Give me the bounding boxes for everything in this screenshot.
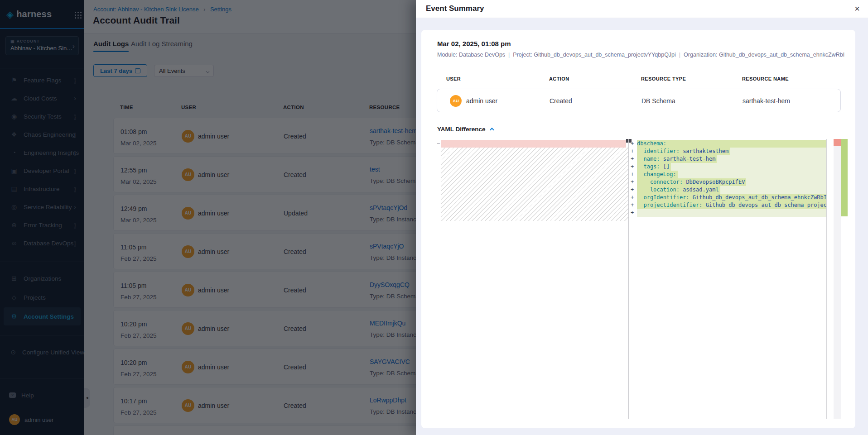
sidebar-item-chaos-engineering[interactable]: ❖Chaos Engineeringi [0, 125, 84, 143]
configure-icon: ⊙ [10, 349, 17, 356]
sidebar-collapse-handle[interactable]: ◀ [84, 388, 90, 408]
row-resource-link[interactable]: test [370, 166, 380, 173]
yaml-diff-viewer[interactable]: − +dbschema:+ identifier: sarthaktesthem… [437, 139, 848, 419]
account-selector[interactable]: ▣ACCOUNT Abhinav - Kitchen Sin… › [5, 36, 79, 55]
drawer-header: Event Summary × [416, 0, 868, 18]
avatar: AU [182, 168, 194, 181]
diff-added-gutter: + [629, 140, 637, 148]
row-resource-link[interactable]: sarthak-test-hem [370, 127, 417, 134]
diff-added-gutter: + [629, 194, 637, 201]
row-resource-link[interactable]: DyySOxqgCQ [370, 281, 410, 288]
sidebar: ◈ harness ▣ACCOUNT Abhinav - Kitchen Sin… [0, 0, 84, 435]
sidebar-item-infrastructure[interactable]: ▤Infrastructurei [0, 180, 84, 198]
chevron-right-icon: › [74, 203, 76, 211]
active-tab-underline [93, 51, 129, 52]
sidebar-item-developer-portal[interactable]: ▣Developer Portali [0, 162, 84, 180]
column-header-resource: RESOURCE [369, 105, 400, 110]
close-icon[interactable]: × [854, 3, 860, 14]
sidebar-item-error-tracking[interactable]: ⊕Error Trackingi [0, 216, 84, 234]
row-action: Created [284, 133, 306, 140]
sidebar-item-feature-flags[interactable]: ⚑Feature Flagsi [0, 71, 84, 89]
drawer-column-resource-type: RESOURCE TYPE [641, 76, 686, 81]
diff-code [637, 209, 826, 217]
diff-code: connector: DbDevopsoBKpcpIfEV [637, 178, 826, 186]
sidebar-item-label: Infrastructure [24, 186, 60, 192]
info-icon: i [74, 221, 76, 229]
breadcrumb-account-link[interactable]: Account: Abhinav - Kitchen Sink License [93, 6, 199, 13]
date-range-button[interactable]: Last 7 days [93, 64, 147, 77]
event-filter-select[interactable]: All Events [154, 65, 214, 77]
row-resource-type: Type: DB Schema [370, 139, 419, 146]
yaml-difference-toggle[interactable]: YAML Difference [437, 126, 493, 133]
sidebar-item-configure-unified-view[interactable]: ⊙Configure Unified View [0, 343, 84, 361]
info-icon: i [74, 148, 76, 157]
info-icon: i [74, 130, 76, 139]
diff-code: changeLog: [637, 171, 826, 178]
tab-audit-log-streaming[interactable]: Audit Log Streaming [131, 40, 193, 48]
accent-bar [0, 28, 84, 29]
sidebar-item-account-settings[interactable]: ⚙Account Settings [4, 307, 81, 325]
info-icon: i [74, 239, 76, 247]
sidebar-item-engineering-insights[interactable]: ◔Engineering Insightsi [0, 143, 84, 162]
row-resource-link[interactable]: sPVtaqcYjO [370, 243, 404, 250]
row-time: 11:05 pm [121, 244, 146, 251]
account-label: ▣ACCOUNT [10, 39, 74, 43]
sidebar-item-cloud-costs[interactable]: ☁Cloud Costs› [0, 89, 84, 107]
row-resource-link[interactable]: MEDIImjkQu [370, 320, 405, 327]
gear-icon: ⚙ [10, 313, 18, 320]
sidebar-item-label: Cloud Costs [24, 95, 57, 102]
sidebar-item-projects[interactable]: ◇Projects [0, 288, 84, 306]
chevron-right-icon: › [74, 94, 76, 102]
infrastructure-icon: ▤ [10, 185, 18, 192]
row-resource-type: Type: DB Schema [370, 293, 419, 300]
sidebar-item-label: Chaos Engineering [24, 131, 76, 138]
column-header-user: USER [181, 105, 196, 110]
sidebar-item-label: Developer Portal [24, 167, 69, 174]
row-action: Created [284, 248, 306, 255]
diff-added-line: +dbschema: [629, 140, 826, 148]
row-action: Updated [284, 210, 308, 217]
avatar: AU [9, 414, 20, 425]
event-user: admin user [466, 97, 497, 105]
sidebar-item-label: Account Settings [24, 313, 74, 320]
row-resource-link[interactable]: SAYGVACIVC [370, 358, 410, 365]
sidebar-item-help[interactable]: ? Help [0, 386, 84, 404]
flag-icon: ⚑ [10, 76, 18, 84]
event-resource-type: DB Schema [641, 97, 675, 105]
diff-added-line: + location: asdsad.yaml [629, 186, 826, 194]
row-resource-type: Type: DB Schema [370, 370, 419, 377]
diff-code: identifier: sarthaktesthem [637, 148, 826, 155]
sidebar-item-database-devops[interactable]: ∞Database DevOpsi [0, 234, 84, 252]
sidebar-item-security-tests[interactable]: ◉Security Testsi [0, 107, 84, 125]
row-user: admin user [198, 402, 229, 409]
sidebar-item-organizations[interactable]: ⊞Organizations [0, 269, 84, 287]
sidebar-item-service-reliability[interactable]: ◎Service Reliability› [0, 198, 84, 216]
meta-separator: | [508, 52, 510, 58]
harness-logo[interactable]: ◈ harness [6, 8, 78, 20]
row-time: 10:17 pm [121, 397, 147, 405]
tab-audit-logs[interactable]: Audit Logs [93, 40, 129, 48]
drawer-title: Event Summary [426, 4, 484, 13]
event-meta-part: Project: Github_db_devops_aut_db_schema_… [513, 52, 676, 58]
app-grid-icon[interactable] [75, 12, 76, 13]
diff-minimap-added [841, 139, 848, 216]
column-header-action: ACTION [283, 105, 304, 110]
sidebar-user[interactable]: AU admin user [0, 410, 84, 430]
event-row: AU admin user Created DB Schema sarthak-… [437, 89, 841, 112]
sidebar-item-label: Configure Unified View [22, 349, 84, 356]
help-bubble-icon: ? [9, 392, 16, 398]
diff-added-line: + connector: DbDevopsoBKpcpIfEV [629, 178, 826, 186]
row-resource-link[interactable]: LoRwppDhpt [370, 397, 406, 404]
avatar: AU [182, 207, 194, 220]
user-name: admin user [24, 416, 53, 423]
diff-added-line: + tags: [] [629, 163, 826, 171]
cloud-icon: ☁ [10, 95, 18, 102]
breadcrumb-settings-link[interactable]: Settings [210, 6, 231, 13]
row-date: Mar 02, 2025 [121, 140, 157, 147]
row-user: admin user [198, 363, 229, 371]
diff-minimap-removed [834, 139, 841, 146]
diff-code: projectIdentifier: Github_db_devops_aut_… [637, 201, 826, 209]
diff-scrollbar-track[interactable] [834, 139, 841, 419]
page-title: Account Audit Trail [93, 15, 180, 26]
row-resource-link[interactable]: sPVtaqcYjOd [370, 204, 407, 211]
